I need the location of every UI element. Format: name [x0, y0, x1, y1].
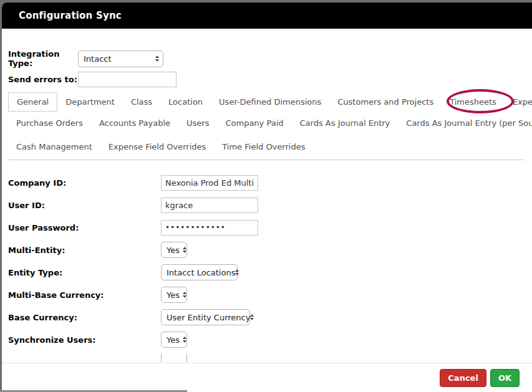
- dialog-header: Configuration Sync: [2, 2, 532, 29]
- tab-customers-and-projects[interactable]: Customers and Projects: [329, 92, 442, 112]
- multi-base-currency-label: Multi-Base Currency:: [8, 290, 161, 300]
- tab-cash-management[interactable]: Cash Management: [8, 140, 100, 153]
- tab-user-defined-dimensions[interactable]: User-Defined Dimensions: [211, 92, 329, 112]
- tab-class[interactable]: Class: [123, 92, 160, 112]
- multi-entity-label: Multi-Entity:: [8, 246, 161, 255]
- configuration-sync-dialog: Configuration Sync Integration Type: Int…: [2, 2, 532, 392]
- multi-entity-select[interactable]: Yes: [161, 242, 187, 258]
- select-stepper-icon: [155, 55, 159, 62]
- synchronize-users-select[interactable]: Yes: [161, 332, 187, 348]
- tab-cards-as-journal-entry[interactable]: Cards As Journal Entry: [292, 116, 399, 130]
- tab-company-paid[interactable]: Company Paid: [217, 116, 291, 130]
- base-currency-value: User Entity Currency: [167, 313, 250, 322]
- entity-type-value: Intacct Locations: [167, 268, 235, 277]
- select-stepper-icon: [250, 314, 254, 320]
- multi-base-currency-value: Yes: [167, 290, 180, 300]
- select-stepper-icon: [183, 247, 186, 253]
- tab-row-2: Purchase Orders Accounts Payable Users C…: [8, 116, 525, 130]
- company-id-label: Company ID:: [8, 178, 161, 188]
- user-id-label: User ID:: [8, 201, 161, 210]
- tabs-divider: [8, 160, 525, 160]
- select-stepper-icon: [183, 292, 186, 298]
- user-password-input[interactable]: [161, 220, 258, 236]
- send-errors-label: Send errors to:: [8, 75, 78, 84]
- dialog-title: Configuration Sync: [19, 10, 122, 21]
- tab-expense-field-overrides[interactable]: Expense Field Overrides: [100, 140, 214, 153]
- select-stepper-icon: [235, 269, 239, 275]
- cancel-button[interactable]: Cancel: [440, 369, 486, 387]
- tab-time-field-overrides[interactable]: Time Field Overrides: [214, 140, 313, 153]
- tab-row-3: Cash Management Expense Field Overrides …: [8, 140, 525, 153]
- dialog-footer: Cancel OK: [2, 363, 532, 392]
- tab-purchase-orders[interactable]: Purchase Orders: [8, 116, 91, 130]
- tab-timesheets[interactable]: Timesheets: [442, 92, 505, 112]
- multi-entity-value: Yes: [167, 246, 180, 255]
- base-currency-label: Base Currency:: [8, 313, 161, 322]
- entity-type-select[interactable]: Intacct Locations: [161, 264, 238, 280]
- tab-location[interactable]: Location: [160, 92, 211, 112]
- integration-type-value: Intacct: [84, 54, 112, 64]
- company-id-input[interactable]: [161, 175, 258, 191]
- user-id-input[interactable]: [161, 198, 258, 213]
- select-stepper-icon: [183, 337, 186, 343]
- top-fields: Integration Type: Intacct Send errors to…: [8, 49, 532, 87]
- base-currency-select[interactable]: User Entity Currency: [161, 309, 250, 325]
- tab-users[interactable]: Users: [178, 116, 217, 130]
- send-errors-input[interactable]: [78, 72, 177, 87]
- tab-accounts-payable[interactable]: Accounts Payable: [91, 116, 178, 130]
- synchronize-users-label: Synchronize Users:: [8, 335, 161, 345]
- tab-cards-as-journal-entry-per-source[interactable]: Cards As Journal Entry (per Source): [398, 116, 532, 130]
- ok-button[interactable]: OK: [490, 369, 520, 387]
- user-password-label: User Password:: [8, 223, 161, 232]
- synchronize-users-value: Yes: [167, 335, 180, 345]
- integration-type-select[interactable]: Intacct: [78, 50, 163, 67]
- clipped-select[interactable]: [161, 353, 187, 362]
- tab-expenses[interactable]: Expenses: [505, 92, 532, 112]
- tab-bar: General Department Class Location User-D…: [8, 92, 525, 153]
- general-tab-form: Company ID: User ID: User Password: Mult…: [8, 171, 532, 362]
- integration-type-label: Integration Type:: [8, 49, 78, 68]
- multi-base-currency-select[interactable]: Yes: [161, 287, 187, 303]
- tab-general[interactable]: General: [8, 92, 57, 112]
- tab-department[interactable]: Department: [57, 92, 123, 112]
- entity-type-label: Entity Type:: [8, 268, 161, 277]
- tab-row-1: General Department Class Location User-D…: [8, 92, 525, 112]
